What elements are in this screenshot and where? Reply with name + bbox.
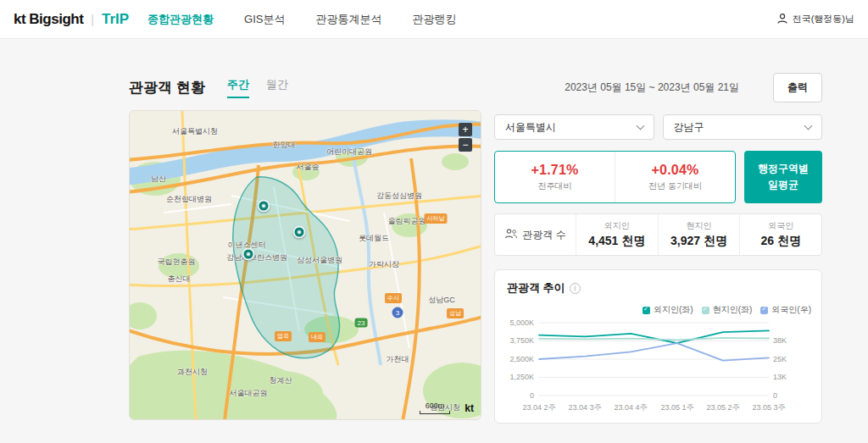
right-panel: 서울특별시 강남구 +1.71% 전주대비 +0.04% 전년 동기대비 <box>494 110 822 424</box>
kpi-wow-value: +1.71% <box>531 163 579 178</box>
map-label: 서울대공원 <box>230 388 268 399</box>
map-label: 서울특별시청 <box>172 126 218 137</box>
trend-legend: 외지인(좌) 현지인(좌) 외국인(우) <box>643 304 811 316</box>
map-label: 국립현충원 <box>158 257 196 268</box>
kpi-box: +1.71% 전주대비 +0.04% 전년 동기대비 <box>494 151 736 203</box>
zoom-out-button[interactable]: − <box>459 138 472 152</box>
nav-item-overview[interactable]: 종합관광현황 <box>147 12 214 27</box>
x-axis-tick: 23.05 3주 <box>746 402 792 413</box>
x-axis-tick: 23.05 1주 <box>654 402 700 413</box>
map-marker[interactable] <box>258 200 270 213</box>
visitor-trend-title-row: 관광객 추이 i <box>507 280 581 296</box>
top-bar: kt Bigsight | TrIP 종합관광현황 GIS분석 관광통계분석 관… <box>0 0 868 39</box>
map-label: 과천시청 <box>177 367 208 378</box>
map-label: 순천향대병원 <box>166 194 212 205</box>
zoom-in-button[interactable]: + <box>459 123 472 136</box>
main-nav: 종합관광현황 GIS분석 관광통계분석 관광랭킹 <box>147 12 456 27</box>
daily-average-button[interactable]: 행정구역별 일평균 <box>744 151 822 203</box>
y-axis-tick-left: 1,250K <box>498 373 534 381</box>
trend-plot-area <box>539 323 769 396</box>
map[interactable]: 서울특별시청 한양대 어린이대공원 서울숲 순천향대병원 남산 강동성심병원 올… <box>129 110 481 420</box>
x-axis-tick: 23.04 4주 <box>608 402 654 413</box>
logo-divider: | <box>91 13 94 26</box>
chevron-down-icon <box>636 121 644 130</box>
y-axis-tick-right: 0 <box>773 391 802 400</box>
nav-item-ranking[interactable]: 관광랭킹 <box>413 12 457 27</box>
y-axis-tick-left: 2,500K <box>498 355 534 363</box>
kpi-yoy: +0.04% 전년 동기대비 <box>615 152 735 202</box>
map-label: 삼성서울병원 <box>297 255 342 266</box>
legend-swatch-icon <box>643 307 650 314</box>
visitor-trend-card: 관광객 추이 i 외지인(좌) 현지인(좌) 외국인(우) 5,000K <box>494 269 822 424</box>
logo-trip: TrIP <box>102 11 129 28</box>
route-shield: 3 <box>392 307 403 318</box>
map-attribution: kt <box>465 402 474 414</box>
people-icon <box>504 228 518 242</box>
map-label: 강남세브란스병원 <box>226 252 287 263</box>
legend-label: 외지인(좌) <box>654 304 693 316</box>
daily-average-button-line1: 행정구역별 <box>758 163 809 174</box>
map-marker[interactable] <box>293 226 306 239</box>
sido-select[interactable]: 서울특별시 <box>494 114 654 140</box>
legend-label: 현지인(좌) <box>713 304 753 316</box>
map-label: 한양대 <box>273 140 296 151</box>
info-icon[interactable]: i <box>570 283 581 294</box>
tab-monthly[interactable]: 월간 <box>266 77 288 98</box>
region-filter-row: 서울특별시 강남구 <box>494 114 822 140</box>
road-badge: 성남 <box>447 308 464 318</box>
y-axis-tick-left: 0 <box>498 391 534 400</box>
chevron-down-icon <box>804 121 813 130</box>
x-axis-tick: 23.05 2주 <box>700 402 746 413</box>
kpi-yoy-value: +0.04% <box>652 163 699 178</box>
y-axis-tick-right: 25K <box>773 355 802 363</box>
visitor-stat-value: 3,927 천명 <box>670 234 727 249</box>
nav-item-stats[interactable]: 관광통계분석 <box>316 12 382 27</box>
kpi-yoy-label: 전년 동기대비 <box>648 180 702 192</box>
sigungu-select-value: 강남구 <box>674 120 704 135</box>
map-label: 어린이대공원 <box>326 147 372 158</box>
map-label: 서울숲 <box>297 162 320 173</box>
trend-lines <box>539 323 769 396</box>
y-axis-tick-right: 13K <box>773 373 802 381</box>
logo-kt-bigsight: kt Bigsight <box>14 11 83 28</box>
print-button[interactable]: 출력 <box>773 73 822 102</box>
visitor-count-title-cell: 관광객 수 <box>495 214 576 255</box>
trip-dashboard: kt Bigsight | TrIP 종합관광현황 GIS분석 관광통계분석 관… <box>0 0 868 443</box>
legend-item-foreign[interactable]: 외국인(우) <box>760 304 811 316</box>
map-label: 성남GC <box>428 295 455 306</box>
legend-item-local[interactable]: 현지인(좌) <box>702 304 753 316</box>
kpi-wow: +1.71% 전주대비 <box>495 152 615 202</box>
nav-item-gis[interactable]: GIS분석 <box>244 12 285 27</box>
x-axis-tick: 23.04 2주 <box>516 402 562 413</box>
visitor-stat-value: 4,451 천명 <box>588 234 645 249</box>
brand-logo[interactable]: kt Bigsight | TrIP <box>14 11 129 28</box>
visitor-stat-label: 외국인 <box>768 220 793 232</box>
y-axis-tick-left: 3,750K <box>498 336 534 345</box>
legend-swatch-icon <box>702 307 709 314</box>
sido-select-value: 서울특별시 <box>505 120 556 135</box>
period-tabs: 주간 월간 <box>227 77 288 98</box>
map-label: 롯데월드 <box>359 233 389 244</box>
map-label: 강동성심병원 <box>376 191 422 202</box>
map-label: 총신대 <box>168 274 191 285</box>
visitor-stat-label: 현지인 <box>687 220 712 232</box>
road-badge: 서하남 <box>425 213 448 224</box>
route-shield: 23 <box>355 318 368 328</box>
visitor-stat-foreign: 외국인 26 천명 <box>739 214 821 255</box>
map-marker[interactable] <box>242 248 255 261</box>
user-icon <box>776 13 788 26</box>
tab-weekly[interactable]: 주간 <box>227 77 249 98</box>
road-badge: 수서 <box>385 293 402 303</box>
legend-label: 외국인(우) <box>771 304 811 316</box>
visitor-stat-label: 외지인 <box>604 220 630 232</box>
map-label: 가천대 <box>387 354 409 365</box>
visitor-trend-title: 관광객 추이 <box>507 280 565 296</box>
sigungu-select[interactable]: 강남구 <box>663 114 823 140</box>
legend-item-outsider[interactable]: 외지인(좌) <box>643 304 693 316</box>
map-label: 가락시장 <box>369 259 399 270</box>
user-name: 전국(행정동)님 <box>793 13 854 25</box>
visitor-stat-local: 현지인 3,927 천명 <box>658 214 740 255</box>
y-axis-tick-left: 5,000K <box>498 318 534 327</box>
user-account[interactable]: 전국(행정동)님 <box>776 13 854 26</box>
visitor-stat-outsider: 외지인 4,451 천명 <box>576 214 658 255</box>
